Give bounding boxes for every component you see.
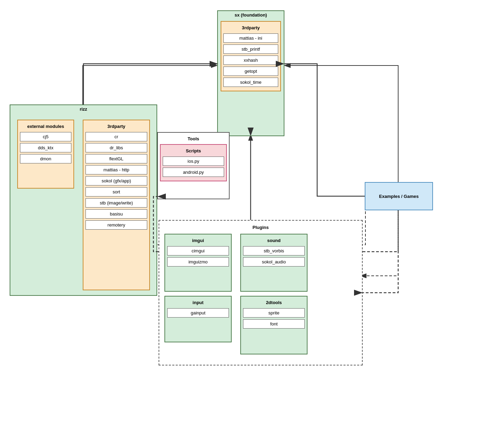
rizz-item-cr: cr [85, 132, 147, 141]
scripts-title: Scripts [163, 147, 224, 155]
rizz-title: rizz [10, 105, 157, 113]
rizz-item-sort: sort [85, 187, 147, 197]
sx-foundation-title: sx (foundation) [218, 11, 284, 19]
plugins-box: Plugins imgui cimgui imguizmo sound stb_… [159, 220, 363, 365]
sx-item-xxhash: xxhash [223, 56, 278, 65]
ext-item-dds-ktx: dds_ktx [20, 143, 71, 152]
scripts-item-android: android.py [163, 168, 224, 177]
plugins-title: Plugins [162, 223, 359, 231]
imgui-item-cimgui: cimgui [167, 246, 229, 255]
tools-box: Tools Scripts ios.py android.py [157, 132, 230, 199]
ext-item-cj5: cj5 [20, 132, 71, 141]
sx-item-mattias-ini: mattias - ini [223, 33, 278, 43]
sx-item-getopt: getopt [223, 67, 278, 76]
rizz-item-basisu: basisu [85, 209, 147, 219]
input-item-gainput: gainput [167, 308, 229, 318]
sx-thirdparty-box: 3rdparty mattias - ini stb_printf xxhash… [221, 21, 281, 91]
rizz-item-stb: stb (image/write) [85, 198, 147, 208]
rizz-item-flextgl: flextGL [85, 154, 147, 163]
rizz-thirdparty-box: 3rdparty cr dr_libs flextGL mattias - ht… [83, 120, 150, 290]
external-modules-box: external modules cj5 dds_ktx dmon [17, 120, 74, 189]
rizz-item-remotery: remotery [85, 220, 147, 230]
scripts-item-ios: ios.py [163, 157, 224, 166]
diagram-container: sx (foundation) 3rdparty mattias - ini s… [0, 0, 504, 422]
twodtools-box: 2dtools sprite font [240, 296, 308, 354]
rizz-thirdparty-title: 3rdparty [85, 122, 147, 130]
examples-games-title: Examples / Games [376, 192, 422, 200]
scripts-box: Scripts ios.py android.py [160, 144, 227, 181]
ext-item-dmon: dmon [20, 154, 71, 163]
tools-title: Tools [160, 135, 227, 143]
sx-item-stb-printf: stb_printf [223, 44, 278, 54]
input-title: input [167, 299, 229, 307]
twodtools-item-sprite: sprite [243, 308, 305, 318]
sx-item-sokol-time: sokol_time [223, 78, 278, 87]
twodtools-item-font: font [243, 319, 305, 329]
sound-title: sound [243, 237, 305, 244]
rizz-item-mattias-http: mattias - http [85, 165, 147, 174]
rizz-item-dr-libs: dr_libs [85, 143, 147, 152]
input-box: input gainput [164, 296, 232, 342]
sx-thirdparty-title: 3rdparty [223, 24, 278, 32]
imgui-box: imgui cimgui imguizmo [164, 234, 232, 292]
sx-foundation-box: sx (foundation) 3rdparty mattias - ini s… [217, 10, 284, 136]
examples-games-box: Examples / Games [365, 182, 433, 210]
rizz-box: rizz external modules cj5 dds_ktx dmon 3… [10, 104, 157, 296]
twodtools-title: 2dtools [243, 299, 305, 307]
imgui-item-imguizmo: imguizmo [167, 257, 229, 267]
imgui-title: imgui [167, 237, 229, 244]
sound-box: sound stb_vorbis sokol_audio [240, 234, 308, 292]
sound-item-sokol-audio: sokol_audio [243, 257, 305, 267]
rizz-item-sokol: sokol (gfx/app) [85, 176, 147, 185]
external-modules-title: external modules [20, 122, 71, 130]
sound-item-stb-vorbis: stb_vorbis [243, 246, 305, 255]
